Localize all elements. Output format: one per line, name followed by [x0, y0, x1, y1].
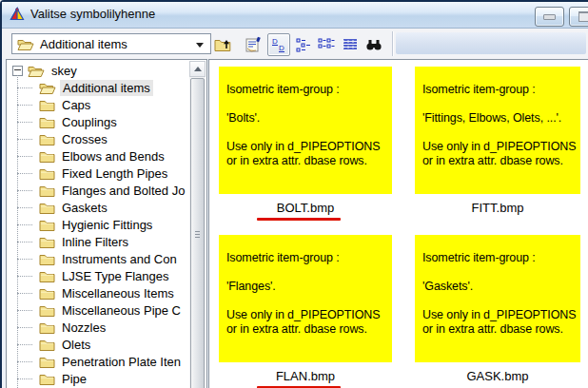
tree-item-label: Miscellaneous Items — [59, 285, 177, 301]
tree-item-label: Hygienic Fittings — [59, 217, 155, 233]
folder-tree: skey Additional items Caps Couplings — [8, 62, 188, 388]
symbol-tile-text: 'Bolts'. — [226, 111, 388, 126]
folder-icon — [39, 303, 55, 318]
folder-icon — [39, 252, 55, 266]
tree-item-label: Miscellaneous Pipe C — [59, 302, 184, 319]
symbol-tile-caption: FITT.bmp — [415, 201, 580, 215]
symbol-tile-text: 'Flanges'. — [226, 280, 388, 294]
tree-item[interactable]: Miscellaneous Items — [8, 284, 188, 301]
view-details-button[interactable] — [339, 33, 362, 56]
tree-item[interactable]: Inline Filters — [8, 233, 188, 250]
scrollbar-thumb[interactable] — [190, 78, 205, 388]
collapse-icon[interactable] — [12, 66, 23, 76]
tree-item[interactable]: Nozzles — [8, 319, 188, 336]
tree-item[interactable]: LJSE Type Flanges — [8, 267, 188, 284]
view-large-icons-button[interactable]: D D — [267, 33, 290, 56]
symbol-tile-text: Use only in d_PIPEOPTIONS or in extra at… — [226, 308, 388, 337]
folder-icon — [39, 149, 55, 164]
tree-item[interactable]: Penetration Plate Iten — [8, 353, 188, 370]
open-folder-icon — [39, 81, 56, 95]
tree-item[interactable]: Pipe — [8, 370, 188, 387]
find-button[interactable] — [363, 33, 385, 56]
minimize-icon — [543, 14, 556, 20]
tree-item-label: Flanges and Bolted Jo — [59, 183, 187, 199]
tree-item-label: Pipe — [59, 371, 89, 387]
symbol-tile[interactable]: Isometric item-group :'Gaskets'.Use only… — [415, 235, 580, 383]
view-list-button[interactable] — [316, 33, 339, 56]
folder-icon — [39, 132, 55, 146]
view-small-icons-button[interactable] — [292, 33, 315, 56]
tree-item[interactable]: Caps — [8, 96, 188, 113]
tree-item-label: Additional items — [60, 80, 153, 96]
folder-icon — [39, 286, 55, 301]
folder-icon — [39, 338, 55, 352]
small-icons-icon — [295, 36, 312, 53]
svg-text:D: D — [272, 37, 278, 46]
folder-icon — [39, 218, 55, 232]
symbol-tile[interactable]: Isometric item-group :'Bolts'.Use only i… — [219, 67, 392, 221]
folder-icon — [39, 98, 55, 112]
tree-item-label: Elbows and Bends — [59, 148, 167, 165]
symbol-tile[interactable]: Isometric item-group :'Flanges'.Use only… — [219, 235, 392, 388]
open-folder-icon — [17, 37, 34, 51]
symbol-tile-caption: FLAN.bmp — [219, 369, 392, 383]
folder-combobox[interactable]: Additional items — [11, 33, 211, 54]
app-icon — [10, 7, 25, 22]
symbol-tile-text: Isometric item-group : — [226, 251, 388, 265]
folder-icon — [39, 355, 55, 369]
tree-item[interactable]: Flanges and Bolted Jo — [8, 182, 188, 199]
window-title: Valitse symbolilyhenne — [30, 2, 155, 28]
open-folder-icon — [28, 64, 45, 78]
symbol-tile-text: Use only in d_PIPEOPTIONS or in extra at… — [422, 140, 577, 168]
symbol-tile-text: Use only in d_PIPEOPTIONS or in extra at… — [226, 140, 388, 168]
symbol-icons-panel: Isometric item-group :'Bolts'.Use only i… — [208, 59, 588, 388]
title-bar[interactable]: Valitse symbolilyhenne — [2, 2, 588, 29]
tree-item-label: Instruments and Con — [59, 251, 180, 267]
minimize-button[interactable] — [535, 7, 564, 27]
tree-item-label: Caps — [59, 97, 93, 113]
dialog-window: Valitse symbolilyhenne Additional items — [0, 0, 588, 388]
tree-item[interactable]: Fixed Length Pipes — [8, 165, 188, 182]
toolbar-band — [396, 32, 586, 54]
maximize-icon — [578, 11, 588, 22]
details-icon — [342, 36, 359, 53]
properties-button[interactable] — [242, 33, 265, 56]
symbol-tile-text: Isometric item-group : — [422, 83, 577, 97]
scroll-up-icon[interactable] — [189, 61, 206, 77]
up-one-level-icon — [214, 37, 233, 52]
tree-item-label: Fixed Length Pipes — [59, 165, 170, 182]
tree-item[interactable]: Elbows and Bends — [8, 147, 188, 165]
chevron-down-icon[interactable] — [196, 43, 204, 48]
symbol-tile-caption: GASK.bmp — [415, 369, 580, 383]
tree-root-skey[interactable]: skey — [8, 62, 188, 79]
symbol-tile-text: Isometric item-group : — [226, 83, 388, 97]
symbol-tile[interactable]: Isometric item-group :'Fittings, Elbows,… — [415, 67, 580, 215]
list-icon — [318, 36, 337, 53]
toolbar: Additional items D D — [2, 29, 588, 59]
annotation-underline — [257, 218, 341, 221]
tree-children: Additional items Caps Couplings Crosses — [8, 79, 188, 388]
tree-item[interactable]: Additional items — [8, 79, 188, 96]
tree-item[interactable]: Gaskets — [8, 199, 188, 216]
maximize-button[interactable] — [569, 7, 588, 27]
tree-item[interactable]: Instruments and Con — [8, 250, 188, 267]
folder-icon — [39, 235, 55, 249]
folder-icon — [39, 201, 55, 215]
up-one-level-button[interactable] — [212, 33, 235, 56]
tree-item[interactable]: Miscellaneous Pipe C — [8, 301, 188, 319]
tree-item[interactable]: Olets — [8, 336, 188, 353]
tree-item-label: Crosses — [59, 131, 110, 147]
symbol-tile-body: Isometric item-group :'Flanges'.Use only… — [219, 235, 392, 362]
tree-root-label[interactable]: skey — [49, 63, 80, 79]
folder-tree-panel: skey Additional items Caps Couplings — [6, 59, 207, 388]
symbol-tile-body: Isometric item-group :'Fittings, Elbows,… — [415, 67, 580, 194]
folder-icon — [39, 372, 55, 386]
tree-item[interactable]: Couplings — [8, 113, 188, 130]
tree-scrollbar[interactable] — [189, 61, 206, 388]
tree-item[interactable]: Hygienic Fittings — [8, 216, 188, 233]
tree-item-label: Nozzles — [59, 320, 108, 336]
tree-item[interactable]: Crosses — [8, 130, 188, 147]
tree-item-label: Couplings — [59, 114, 120, 130]
symbol-tile-body: Isometric item-group :'Bolts'.Use only i… — [219, 67, 392, 194]
symbol-tile-text: Isometric item-group : — [422, 251, 577, 265]
